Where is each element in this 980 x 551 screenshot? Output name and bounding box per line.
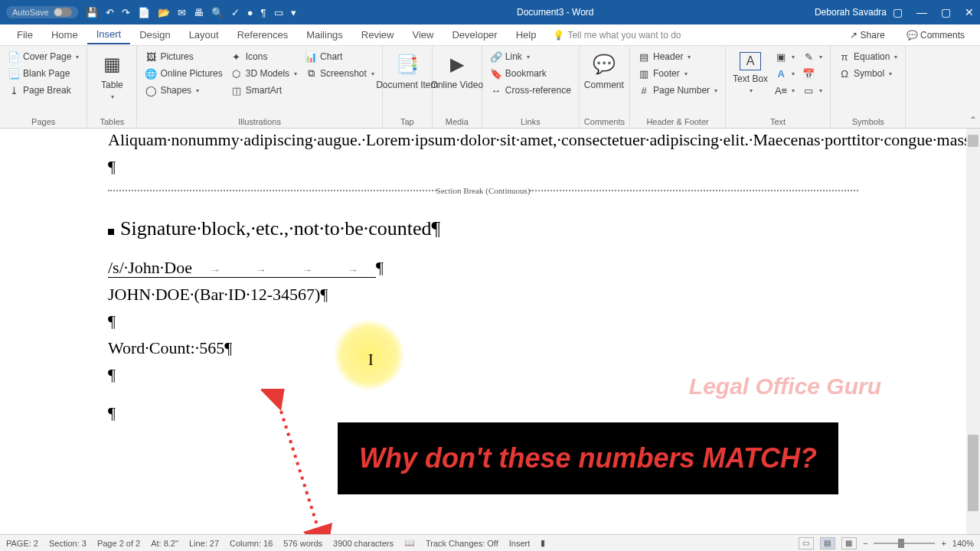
tab-mailings[interactable]: Mailings xyxy=(297,26,352,44)
ribbon-display-icon[interactable]: ▢ xyxy=(893,6,903,18)
equation-button[interactable]: πEquation▾ xyxy=(835,49,900,64)
spell-icon[interactable]: ✓ xyxy=(231,7,240,18)
comments-button[interactable]: 💬 Comments xyxy=(899,28,972,43)
document-area[interactable]: Aliquam·nonummy·adipiscing·augue.·Lorem·… xyxy=(0,129,966,534)
share-button[interactable]: ↗ Share xyxy=(842,28,892,43)
zoom-level[interactable]: 140% xyxy=(952,539,974,548)
zoom-out-button[interactable]: − xyxy=(863,539,867,548)
tab-help[interactable]: Help xyxy=(507,26,546,44)
online-pictures-button[interactable]: 🌐Online Pictures xyxy=(142,66,225,81)
ribbon-collapse-icon[interactable]: ⌃ xyxy=(969,115,977,126)
user-name[interactable]: Deborah Savadra xyxy=(815,7,887,18)
blank-page-button[interactable]: 📃Blank Page xyxy=(5,66,82,81)
smartart-button[interactable]: ◫SmartArt xyxy=(227,83,300,98)
page-break-button[interactable]: ⤓Page Break xyxy=(5,83,82,98)
status-page-of[interactable]: Page 2 of 2 xyxy=(97,539,140,548)
zoom-slider[interactable] xyxy=(874,543,935,544)
object-button[interactable]: ▭▾ xyxy=(799,83,825,98)
view-web-layout[interactable]: ▦ xyxy=(841,537,857,549)
page-number-label: Page Number xyxy=(653,85,710,96)
bookmark-label: Bookmark xyxy=(505,68,547,79)
print-icon[interactable]: 🖶 xyxy=(194,7,204,18)
status-chars[interactable]: 3900 characters xyxy=(333,539,394,548)
pilcrow-icon xyxy=(224,338,232,357)
minimize-icon[interactable]: — xyxy=(916,6,927,18)
scroll-up-button[interactable] xyxy=(968,135,978,147)
maximize-icon[interactable]: ▢ xyxy=(941,6,951,18)
wordart-button[interactable]: A▾ xyxy=(772,66,798,81)
date-time-button[interactable]: 📅 xyxy=(799,66,825,81)
status-macro-icon[interactable]: ▮ xyxy=(541,538,545,548)
shapes-button[interactable]: ◯Shapes▾ xyxy=(142,83,225,98)
view-read-mode[interactable]: ▭ xyxy=(799,537,814,549)
footer-button[interactable]: ▥Footer▾ xyxy=(635,66,720,81)
cross-reference-button[interactable]: ↔Cross-reference xyxy=(487,83,574,98)
vertical-scrollbar[interactable] xyxy=(966,129,980,534)
signature-line-button[interactable]: ✎▾ xyxy=(799,49,825,64)
open-icon[interactable]: 📂 xyxy=(158,7,170,18)
autosave-toggle[interactable]: AutoSave xyxy=(6,6,78,18)
cover-page-button[interactable]: 📄Cover Page▾ xyxy=(5,49,82,64)
pictures-button[interactable]: 🖼Pictures xyxy=(142,49,225,64)
zoom-in-button[interactable]: + xyxy=(941,539,946,548)
document-item-button[interactable]: 📑Document Item xyxy=(387,49,427,93)
undo-icon[interactable]: ↶ xyxy=(106,7,114,18)
object-icon: ▭ xyxy=(802,84,815,96)
page-number-button[interactable]: #Page Number▾ xyxy=(635,83,720,98)
redo-icon[interactable]: ↷ xyxy=(122,7,130,18)
status-spell-icon[interactable]: 📖 xyxy=(404,538,415,548)
tell-me-search[interactable]: 💡Tell me what you want to do xyxy=(553,30,681,41)
macro-icon[interactable]: ● xyxy=(247,7,253,18)
drop-cap-button[interactable]: A≡▾ xyxy=(772,83,798,98)
window-icon[interactable]: ▭ xyxy=(274,7,283,18)
header-button[interactable]: ▤Header▾ xyxy=(635,49,720,64)
screenshot-button[interactable]: ⧉Screenshot▾ xyxy=(302,66,377,81)
autosave-label: AutoSave xyxy=(12,8,49,17)
link-button[interactable]: 🔗Link▾ xyxy=(487,49,574,64)
view-print-layout[interactable]: ▤ xyxy=(820,537,835,549)
tab-home[interactable]: Home xyxy=(42,26,87,44)
preview-icon[interactable]: 🔍 xyxy=(211,7,224,18)
tab-design[interactable]: Design xyxy=(130,26,179,44)
new-icon[interactable]: 📄 xyxy=(138,7,150,18)
tab-file[interactable]: File xyxy=(8,26,42,44)
tab-review[interactable]: Review xyxy=(352,26,403,44)
screenshot-label: Screenshot xyxy=(320,68,367,79)
text-box-icon: A xyxy=(740,52,761,70)
scroll-thumb[interactable] xyxy=(968,435,978,511)
status-track-changes[interactable]: Track Changes: Off xyxy=(426,539,498,548)
body-paragraph: Aliquam·nonummy·adipiscing·augue.·Lorem·… xyxy=(108,129,858,152)
symbol-button[interactable]: ΩSymbol▾ xyxy=(835,66,900,81)
group-comments: 💬Comment Comments xyxy=(580,46,630,128)
bookmark-icon: 🔖 xyxy=(490,67,502,80)
online-video-button[interactable]: ▶Online Video xyxy=(437,49,477,93)
text-box-button[interactable]: AText Box▾ xyxy=(730,49,770,98)
quick-parts-button[interactable]: ▣▾ xyxy=(772,49,798,64)
text-cursor-icon: I xyxy=(368,349,374,370)
tab-references[interactable]: References xyxy=(228,26,297,44)
status-line[interactable]: Line: 27 xyxy=(189,539,219,548)
tab-developer[interactable]: Developer xyxy=(443,26,506,44)
bookmark-button[interactable]: 🔖Bookmark xyxy=(487,66,574,81)
status-section[interactable]: Section: 3 xyxy=(49,539,87,548)
chart-button[interactable]: 📊Chart xyxy=(302,49,377,64)
bullet-icon xyxy=(108,229,114,235)
status-words[interactable]: 576 words xyxy=(283,539,322,548)
close-icon[interactable]: ✕ xyxy=(965,6,974,18)
tab-layout[interactable]: Layout xyxy=(180,26,228,44)
tab-insert[interactable]: Insert xyxy=(87,25,131,44)
qat-more-icon[interactable]: ▾ xyxy=(291,7,296,18)
comment-button[interactable]: 💬Comment xyxy=(584,49,624,93)
icons-button[interactable]: ✦Icons xyxy=(227,49,300,64)
3d-models-button[interactable]: ⬡3D Models▾ xyxy=(227,66,300,81)
status-insert-mode[interactable]: Insert xyxy=(509,539,531,548)
para-icon[interactable]: ¶ xyxy=(261,7,266,18)
save-icon[interactable]: 💾 xyxy=(86,7,98,18)
page-break-label: Page Break xyxy=(23,85,71,96)
status-column[interactable]: Column: 16 xyxy=(230,539,273,548)
email-icon[interactable]: ✉ xyxy=(178,7,186,18)
status-at[interactable]: At: 8.2" xyxy=(151,539,178,548)
status-page[interactable]: PAGE: 2 xyxy=(6,539,38,548)
tab-view[interactable]: View xyxy=(403,26,443,44)
table-button[interactable]: ▦Table▾ xyxy=(92,49,132,103)
